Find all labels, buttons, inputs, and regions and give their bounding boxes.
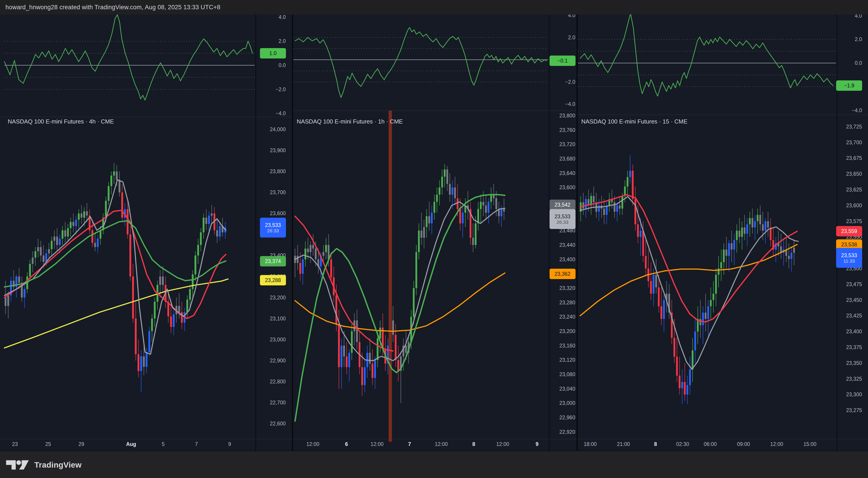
candle-body — [173, 314, 175, 327]
candle-body — [723, 249, 725, 262]
candle-body — [679, 376, 680, 388]
candle-body — [338, 324, 340, 367]
ma-orange-line — [295, 273, 505, 331]
candle-body — [718, 269, 719, 275]
price-scale-15[interactable] — [837, 14, 868, 451]
charts-canvas[interactable] — [0, 0, 868, 478]
candle-body — [34, 251, 36, 258]
candle-body — [663, 300, 665, 319]
candle-body — [707, 306, 709, 319]
candle-body — [632, 171, 633, 199]
candle-body — [116, 171, 118, 180]
candle-body — [736, 231, 738, 240]
panel-15[interactable] — [578, 13, 868, 451]
candle-body — [444, 170, 445, 177]
candle-body — [710, 300, 712, 306]
oscillator-line — [295, 28, 546, 98]
candle-body — [759, 215, 761, 225]
candle-body — [395, 335, 397, 360]
attribution-text: howard_hnwong28 created with TradingView… — [5, 4, 220, 11]
candle-body — [438, 187, 440, 195]
candle-body — [673, 338, 675, 357]
candle-body — [51, 241, 53, 249]
candle-body — [788, 256, 790, 259]
tradingview-wordmark[interactable]: TradingView — [34, 460, 82, 470]
candle-body — [146, 352, 147, 367]
candle-body — [459, 209, 461, 224]
candle-body — [56, 237, 58, 245]
candle-body — [64, 230, 66, 237]
candle-body — [364, 367, 366, 385]
candle-body — [739, 231, 740, 237]
candle-body — [733, 240, 735, 249]
candle-body — [413, 288, 414, 317]
time-scale-15[interactable] — [578, 439, 836, 451]
candle-body — [86, 211, 88, 216]
candle-body — [749, 218, 751, 225]
candle-body — [356, 320, 358, 342]
candle-body — [121, 192, 123, 218]
candle-body — [181, 312, 183, 323]
candle-body — [151, 318, 153, 331]
candle-body — [449, 184, 451, 195]
candle-body — [397, 360, 399, 371]
tradingview-logo[interactable] — [6, 459, 29, 471]
time-scale-1h[interactable] — [293, 439, 548, 451]
oscillator-line — [580, 13, 833, 96]
candle-body — [660, 306, 662, 319]
candle-body — [372, 364, 373, 378]
candle-body — [351, 331, 352, 353]
candle-body — [97, 239, 98, 247]
candle-body — [642, 231, 644, 256]
oscillator-line — [4, 15, 252, 100]
candle-body — [757, 215, 758, 221]
candle-body — [689, 369, 691, 385]
candle-body — [75, 220, 77, 226]
attribution-bar: howard_hnwong28 created with TradingView… — [0, 0, 868, 14]
candle-body — [495, 198, 497, 209]
candle-body — [148, 331, 150, 352]
candle-body — [59, 239, 61, 245]
candle-body — [315, 249, 317, 260]
candle-body — [421, 231, 423, 238]
candle-body — [500, 209, 502, 216]
price-scale-1h[interactable] — [549, 14, 577, 451]
panel-4h[interactable] — [0, 14, 293, 451]
candle-body — [640, 231, 642, 237]
candle-body — [452, 187, 454, 195]
candle-body — [744, 228, 745, 234]
candle-body — [503, 209, 505, 212]
candle-body — [203, 218, 204, 232]
candle-body — [684, 382, 686, 395]
candle-body — [81, 213, 82, 218]
candle-body — [129, 234, 131, 276]
candle-body — [619, 205, 621, 209]
candle-body — [7, 295, 9, 306]
time-scale-4h[interactable] — [0, 439, 255, 451]
candle-body — [767, 221, 769, 228]
candle-body — [485, 205, 487, 213]
candle-body — [110, 176, 112, 186]
candle-body — [686, 385, 688, 395]
candle-body — [219, 226, 221, 237]
footer-bar: TradingView — [0, 451, 868, 478]
candle-body — [637, 225, 639, 237]
candle-body — [418, 231, 420, 252]
candle-body — [705, 312, 707, 319]
candle-body — [446, 170, 448, 184]
price-scale-4h[interactable] — [256, 14, 292, 451]
candle-body — [593, 196, 595, 202]
candle-body — [629, 171, 631, 177]
candle-body — [477, 209, 479, 224]
candle-body — [343, 346, 345, 356]
candle-body — [754, 221, 756, 228]
candle-body — [462, 213, 464, 224]
candle-body — [441, 177, 443, 187]
candle-body — [681, 382, 683, 388]
candle-body — [475, 223, 476, 245]
candle-body — [655, 275, 657, 287]
panel-1h[interactable] — [293, 14, 578, 451]
candle-body — [94, 243, 96, 247]
candle-body — [765, 221, 766, 231]
candle-body — [480, 202, 482, 209]
